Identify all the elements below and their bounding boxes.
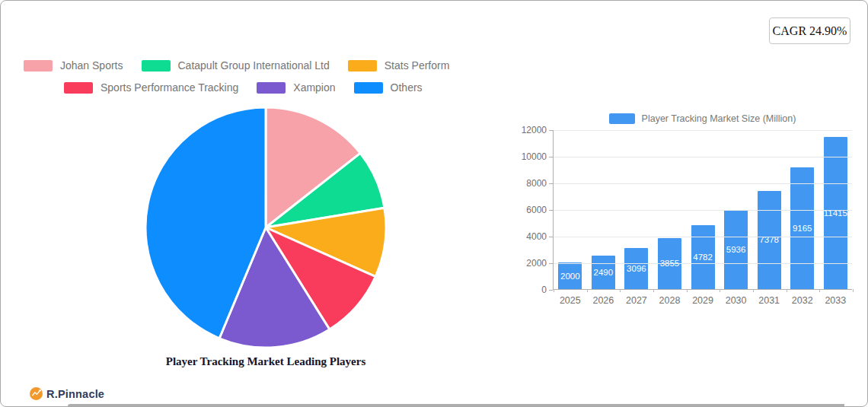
pie-legend-item[interactable]: Johan Sports xyxy=(24,59,123,72)
y-axis-tick xyxy=(549,157,553,157)
pie-legend-item[interactable]: Stats Perform xyxy=(348,59,450,72)
y-axis-tick xyxy=(549,130,553,131)
pie-legend-item[interactable]: Catapult Group International Ltd xyxy=(142,59,330,72)
bar-value-label: 4782 xyxy=(693,253,713,262)
x-axis-label: 2028 xyxy=(653,295,687,306)
x-axis-label: 2029 xyxy=(686,295,720,306)
y-axis-label: 2000 xyxy=(526,258,547,269)
bar-2033[interactable]: 11415 xyxy=(824,137,847,289)
bar-2030[interactable]: 5936 xyxy=(724,210,748,289)
y-axis-tick xyxy=(549,263,553,264)
x-axis-tick xyxy=(753,289,754,292)
pie-legend-label: Stats Perform xyxy=(385,59,450,72)
pie-legend-label: Catapult Group International Ltd xyxy=(178,59,330,72)
pie-legend-item[interactable]: Xampion xyxy=(257,81,335,94)
x-axis-tick xyxy=(653,289,654,292)
pie-legend-item[interactable]: Sports Performance Tracking xyxy=(64,81,238,94)
x-axis-tick xyxy=(687,289,688,292)
bar-2027[interactable]: 3096 xyxy=(624,248,648,289)
bar-value-label: 5936 xyxy=(726,245,746,254)
y-axis-tick xyxy=(549,183,553,184)
pie-legend-item[interactable]: Others xyxy=(354,81,423,94)
gridline xyxy=(554,237,852,237)
pie-legend-swatch[interactable] xyxy=(257,82,286,94)
y-axis-label: 10000 xyxy=(522,151,547,162)
x-axis-labels: 202520262027202820292030203120322033 xyxy=(554,295,852,306)
cagr-label: CAGR 24.90% xyxy=(773,24,847,38)
x-axis-tick xyxy=(587,289,588,292)
x-axis-label: 2032 xyxy=(786,295,819,306)
bar-2031[interactable]: 7378 xyxy=(758,191,781,289)
gridline xyxy=(554,210,852,211)
pie-title: Player Tracking Market Leading Players xyxy=(121,355,410,368)
y-axis-label: 0 xyxy=(541,285,547,295)
y-axis-tick xyxy=(549,237,553,237)
bar-plot: 2000249030963855478259367378916511415 20… xyxy=(553,130,852,290)
x-axis-tick xyxy=(620,289,621,292)
brand-logo: R.Pinnacle xyxy=(30,387,104,400)
pie-svg xyxy=(144,106,388,349)
x-axis-tick xyxy=(720,289,720,292)
y-axis-label: 8000 xyxy=(526,178,547,189)
x-axis-label: 2027 xyxy=(620,295,653,306)
x-axis-tick xyxy=(787,289,787,292)
pie-legend-label: Sports Performance Tracking xyxy=(101,81,238,94)
gridline xyxy=(554,130,852,131)
pie-legend-swatch[interactable] xyxy=(24,60,53,72)
gridline xyxy=(554,183,852,184)
brand-logo-text: R.Pinnacle xyxy=(46,388,104,400)
pie-legend-swatch[interactable] xyxy=(354,82,383,94)
bar-legend-swatch[interactable] xyxy=(609,113,635,124)
x-axis-label: 2031 xyxy=(752,295,786,306)
x-axis-label: 2033 xyxy=(819,295,853,306)
bar-value-label: 2490 xyxy=(594,268,614,277)
bar-2032[interactable]: 9165 xyxy=(790,167,814,289)
x-axis-label: 2025 xyxy=(554,295,587,306)
x-axis-label: 2026 xyxy=(587,295,621,306)
bar-value-label: 3096 xyxy=(627,264,646,273)
y-axis-label: 4000 xyxy=(526,231,547,242)
x-axis-tick xyxy=(554,289,554,292)
pie-legend-swatch[interactable] xyxy=(64,82,93,94)
x-axis-tick xyxy=(853,289,854,292)
bar-legend[interactable]: Player Tracking Market Size (Million) xyxy=(553,113,852,125)
bar-2029[interactable]: 4782 xyxy=(691,225,715,289)
pie-legend-row-1: Johan SportsCatapult Group International… xyxy=(24,59,468,72)
pie-legend-label: Xampion xyxy=(293,81,335,94)
pie-legend-swatch[interactable] xyxy=(348,60,377,72)
chart-card: CAGR 24.90% Johan SportsCatapult Group I… xyxy=(0,0,868,407)
bar-legend-label: Player Tracking Market Size (Million) xyxy=(642,113,796,124)
gridline xyxy=(554,263,852,264)
y-axis-tick xyxy=(549,290,553,291)
pie-legend-row-2: Sports Performance TrackingXampionOthers xyxy=(64,81,441,94)
bar-value-label: 2000 xyxy=(560,272,580,281)
y-axis-label: 12000 xyxy=(522,125,547,135)
pie-legend-swatch[interactable] xyxy=(142,60,171,72)
y-axis-label: 6000 xyxy=(526,205,547,215)
brand-logo-icon xyxy=(30,387,43,400)
gridline xyxy=(554,157,852,157)
bar-2025[interactable]: 2000 xyxy=(558,262,582,289)
pie-legend-label: Johan Sports xyxy=(60,59,123,72)
cagr-badge: CAGR 24.90% xyxy=(769,17,850,44)
bar-value-label: 9165 xyxy=(793,224,812,233)
pie-chart xyxy=(144,106,388,349)
x-axis-label: 2030 xyxy=(720,295,753,306)
bar-2026[interactable]: 2490 xyxy=(592,256,615,289)
y-axis-tick xyxy=(549,210,553,211)
x-axis-tick xyxy=(819,289,820,292)
pie-legend-label: Others xyxy=(391,81,423,94)
bottom-strip xyxy=(68,404,844,406)
